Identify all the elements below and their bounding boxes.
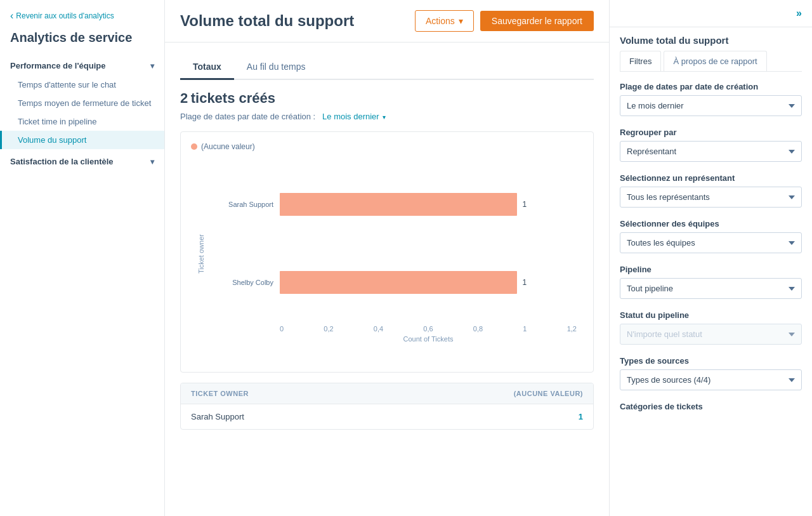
panel-tab-apropos[interactable]: À propos de ce rapport [664, 51, 766, 71]
sidebar-title: Analytics de service [0, 29, 164, 56]
right-panel: » Volume total du support Filtres À prop… [609, 0, 812, 516]
chart-inner: Sarah Support 1 Shelby Colby 1 [210, 165, 577, 343]
sidebar-item-fermeture[interactable]: Temps moyen de fermeture de ticket [0, 94, 164, 112]
filter-pipeline-status-select: N'importe quel statut [620, 324, 802, 345]
chevron-down-icon-2: ▾ [150, 157, 154, 166]
table-header: TICKET OWNER (AUCUNE VALEUR) [181, 383, 593, 404]
x-tick-5: 1 [523, 325, 527, 333]
filter-ticket-categories-label: Catégories de tickets [620, 402, 802, 411]
sidebar-section-satisfaction-header[interactable]: Satisfaction de la clientèle ▾ [0, 152, 164, 171]
table-row: Sarah Support 1 [181, 404, 593, 429]
x-tick-4: 0,8 [473, 325, 483, 333]
filter-pipeline-label: Pipeline [620, 265, 802, 274]
panel-body: Plage de dates par date de création Le m… [610, 72, 812, 516]
sidebar-section-equipe: Performance de l'équipe ▾ Temps d'attent… [0, 56, 164, 149]
bar-group-1: Shelby Colby 1 [210, 243, 577, 321]
main-header: Volume total du support Actions ▾ Sauveg… [165, 0, 609, 43]
bar-group-0: Sarah Support 1 [210, 165, 577, 243]
filter-teams: Sélectionner des équipes Toutes les équi… [620, 219, 802, 253]
caret-down-icon: ▾ [459, 16, 463, 26]
filter-date-range-label: Plage de dates par date de création [620, 82, 802, 91]
filter-pipeline-select[interactable]: Tout pipeline [620, 278, 802, 299]
x-tick-1: 0,2 [324, 325, 333, 333]
chevron-down-icon: ▾ [150, 62, 154, 70]
back-link[interactable]: Revenir aux outils d'analytics [0, 10, 164, 29]
tickets-count: 2 tickets créés [180, 94, 275, 105]
bar-label-1: Shelby Colby [210, 279, 280, 286]
collapse-button[interactable]: » [796, 8, 802, 19]
date-range-link[interactable]: Le mois dernier ▾ [322, 112, 386, 121]
chart-legend: (Aucune valeur) [191, 142, 583, 151]
filter-date-range-wrapper: Le mois dernier [620, 95, 802, 116]
filter-group-by-select[interactable]: Représentant [620, 141, 802, 162]
chart-container: Ticket owner Sarah Support 1 Shelby Colb… [191, 159, 583, 362]
filter-pipeline-wrapper: Tout pipeline [620, 278, 802, 299]
filter-representative: Sélectionnez un représentant Tous les re… [620, 173, 802, 208]
filter-group-by-wrapper: Représentant [620, 141, 802, 162]
filter-date-range: Plage de dates par date de création Le m… [620, 82, 802, 116]
sidebar-item-attente-chat[interactable]: Temps d'attente sur le chat [0, 76, 164, 94]
panel-top-bar: » [610, 0, 812, 27]
filter-group-by: Regrouper par Représentant [620, 128, 802, 162]
save-report-button[interactable]: Sauvegarder le rapport [480, 11, 594, 31]
sidebar-item-pipeline[interactable]: Ticket time in pipeline [0, 112, 164, 131]
filter-teams-select[interactable]: Toutes les équipes [620, 232, 802, 253]
legend-label: (Aucune valeur) [201, 142, 255, 151]
sidebar-section-satisfaction: Satisfaction de la clientèle ▾ [0, 152, 164, 171]
x-tick-0: 0 [280, 325, 284, 333]
actions-button[interactable]: Actions ▾ [415, 10, 474, 32]
bar-fill-0 [280, 193, 517, 216]
x-axis: 0 0,2 0,4 0,6 0,8 1 1,2 Count of Tickets [280, 321, 577, 343]
x-tick-6: 1,2 [567, 325, 577, 333]
panel-tab-filtres[interactable]: Filtres [620, 51, 661, 71]
sidebar-section-satisfaction-label: Satisfaction de la clientèle [10, 157, 114, 166]
filter-source-types-select[interactable]: Types de sources (4/4) [620, 369, 802, 390]
bar-fill-1 [280, 271, 517, 294]
stats-bar: 2 tickets créés [180, 90, 594, 107]
bar-value-0: 1 [522, 200, 527, 209]
legend-dot [191, 143, 197, 150]
table-cell-value-0: 1 [507, 412, 583, 421]
sidebar-section-equipe-label: Performance de l'équipe [10, 61, 105, 70]
filter-ticket-categories: Catégories de tickets [620, 402, 802, 411]
sidebar-item-volume[interactable]: Volume du support [0, 131, 164, 149]
header-actions: Actions ▾ Sauvegarder le rapport [415, 10, 594, 32]
data-table: TICKET OWNER (AUCUNE VALEUR) Sarah Suppo… [180, 383, 594, 430]
filter-teams-wrapper: Toutes les équipes [620, 232, 802, 253]
caret-icon: ▾ [383, 114, 386, 121]
table-col-owner: TICKET OWNER [191, 390, 507, 397]
panel-tabs: Filtres À propos de ce rapport [620, 51, 802, 72]
filter-pipeline: Pipeline Tout pipeline [620, 265, 802, 299]
tab-fil-du-temps[interactable]: Au fil du temps [234, 55, 318, 80]
bar-label-0: Sarah Support [210, 201, 280, 208]
main-content: Volume total du support Actions ▾ Sauveg… [165, 0, 609, 516]
filter-source-types: Types de sources Types de sources (4/4) [620, 356, 802, 390]
bar-value-1: 1 [522, 278, 527, 287]
table-col-value: (AUCUNE VALEUR) [507, 390, 583, 397]
x-tick-2: 0,4 [374, 325, 383, 333]
sidebar: Revenir aux outils d'analytics Analytics… [0, 0, 165, 516]
panel-title: Volume total du support [610, 27, 812, 51]
filter-teams-label: Sélectionner des équipes [620, 219, 802, 228]
filter-pipeline-status-wrapper: N'importe quel statut [620, 324, 802, 345]
page-title: Volume total du support [180, 12, 354, 30]
bar-area-0: 1 [280, 189, 577, 220]
filter-representative-select[interactable]: Tous les représentants [620, 187, 802, 208]
filter-date-range-select[interactable]: Le mois dernier [620, 95, 802, 116]
filter-representative-wrapper: Tous les représentants [620, 187, 802, 208]
filter-group-by-label: Regrouper par [620, 128, 802, 137]
x-axis-label: Count of Tickets [403, 335, 454, 343]
filter-source-types-label: Types de sources [620, 356, 802, 366]
tab-totaux[interactable]: Totaux [180, 55, 234, 80]
tabs-bar: Totaux Au fil du temps [180, 55, 594, 80]
y-axis-label: Ticket owner [197, 165, 205, 343]
filter-pipeline-status-label: Statut du pipeline [620, 310, 802, 320]
x-tick-3: 0,6 [423, 325, 433, 333]
filter-pipeline-status: Statut du pipeline N'importe quel statut [620, 310, 802, 345]
sidebar-section-equipe-header[interactable]: Performance de l'équipe ▾ [0, 56, 164, 76]
table-cell-owner-0: Sarah Support [191, 412, 507, 421]
filter-representative-label: Sélectionnez un représentant [620, 173, 802, 183]
filter-source-types-wrapper: Types de sources (4/4) [620, 369, 802, 390]
bar-area-1: 1 [280, 267, 577, 298]
main-body: Totaux Au fil du temps 2 tickets créés P… [165, 43, 609, 516]
